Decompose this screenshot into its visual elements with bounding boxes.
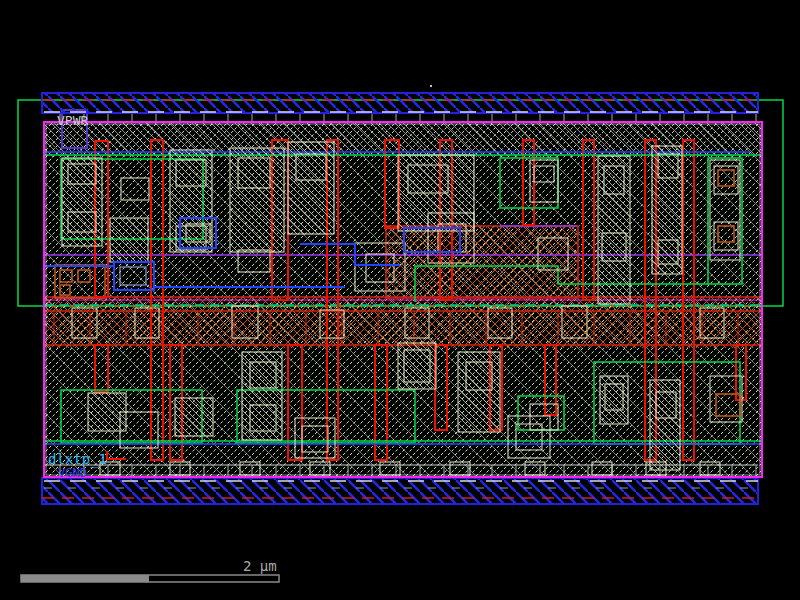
vpwr-label: VPWR [57,113,88,128]
vgnd-rail [42,462,758,504]
scale-bar-filled [21,575,149,582]
origin-marker [430,85,432,87]
vgnd-label: VGND [58,466,87,480]
scale-label: 2 µm [243,558,277,574]
layout-canvas[interactable]: VPWR dlxtp_1 VGND 2 µm [0,0,800,600]
vpwr-rail [42,93,758,122]
